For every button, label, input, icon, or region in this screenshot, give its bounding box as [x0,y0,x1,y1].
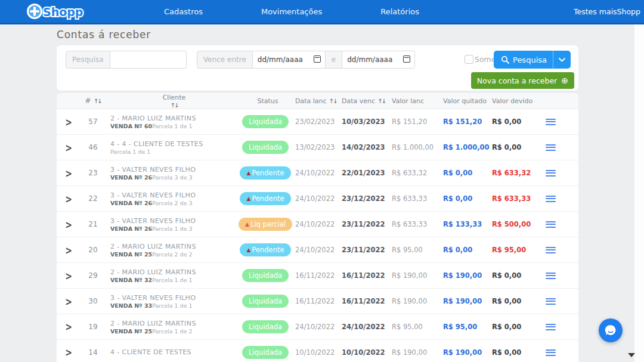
table-row[interactable]: > 20 2 - MARIO LUIZ MARTINS VENDA Nº 25P… [57,237,578,263]
status-label: Pendente [252,194,284,203]
status-label: Liquidada [249,143,282,151]
search-dropdown-toggle[interactable] [553,51,571,69]
scrollbar-track[interactable] [634,24,644,362]
status-badge: ▲ Pendente [240,192,290,205]
row-id: 23 [80,169,106,177]
client-subtitle: VENDA Nº 33Parcela 1 de 1 [110,302,238,309]
expand-row-icon[interactable]: > [65,167,72,180]
header-cliente: Cliente [163,94,186,101]
expand-row-icon[interactable]: > [65,244,72,256]
venda-number: VENDA Nº 60 [110,123,152,129]
client-name: 3 - VALTER NEVES FILHO [110,217,238,225]
valor-quitado: R$ 151,20 [443,117,492,126]
row-actions-menu-icon[interactable] [546,119,556,125]
row-actions-menu-icon[interactable] [546,324,556,330]
valor-quitado: R$ 0,00 [443,169,492,177]
data-lanc: 24/10/2022 [293,323,339,331]
header-id: # [85,97,91,105]
row-actions-menu-icon[interactable] [546,196,556,202]
table-row[interactable]: > 23 3 - VALTER NEVES FILHO VENDA Nº 26P… [57,160,578,186]
data-lanc: 24/10/2022 [293,246,339,254]
menu-item-movimentacoes[interactable]: Movimentações [261,7,322,16]
expand-row-icon[interactable]: > [65,321,72,333]
parcela-info: Parcela 3 de 3 [152,174,192,181]
due-between-label: Vence entre [197,51,253,69]
table-row[interactable]: > 22 3 - VALTER NEVES FILHO VENDA Nº 26P… [57,186,578,212]
warning-icon: ▲ [245,222,249,227]
calendar-icon[interactable] [403,55,410,63]
expand-row-icon[interactable]: > [65,270,72,282]
table-row[interactable]: > 14 4 - CLIENTE DE TESTES Liquidada 10/… [57,340,578,362]
client-name: 4 - 4 - CLIENTE DE TESTES [110,140,238,148]
brand-logo[interactable]: Shopp [25,2,95,21]
valor-lanc: R$ 95,00 [392,323,443,331]
row-id: 14 [80,348,106,357]
row-actions-menu-icon[interactable] [546,349,556,356]
valor-quitado: R$ 190,00 [443,297,492,305]
header-valor-lanc: Valor lanc [392,97,443,105]
table-row[interactable]: > 29 2 - MARIO LUIZ MARTINS VENDA Nº 32P… [57,263,578,289]
valor-devido: R$ 0,00 [492,297,544,305]
data-venc: 24/10/2022 [339,323,392,331]
row-actions-menu-icon[interactable] [546,144,556,151]
menu-item-relatorios[interactable]: Relatórios [380,7,419,16]
status-label: Liquidada [249,117,282,126]
data-lanc: 24/10/2022 [293,169,339,177]
scroll-down-arrow-icon[interactable] [628,353,635,357]
search-button[interactable]: Pesquisa [494,51,571,69]
parcela-info: Parcela 1 de 1 [152,302,192,309]
status-badge: ▲ Pendente [240,243,290,256]
valor-lanc: R$ 633,33 [392,194,443,203]
expand-row-icon[interactable]: > [65,218,72,231]
expand-row-icon[interactable]: > [65,346,72,359]
data-lanc: 10/10/2022 [293,348,339,357]
table-row[interactable]: > 21 3 - VALTER NEVES FILHO VENDA Nº 26P… [57,212,578,237]
row-id: 19 [80,323,106,331]
table-row[interactable]: > 19 2 - MARIO LUIZ MARTINS VENDA Nº 25P… [57,314,578,340]
table-row[interactable]: > 30 3 - VALTER NEVES FILHO VENDA Nº 33P… [57,289,578,314]
table-row[interactable]: > 46 4 - 4 - CLIENTE DE TESTES Parcela 1… [57,135,578,160]
top-navbar: Shopp Cadastros Movimentações Relatórios… [0,0,644,24]
sort-icon[interactable]: ↑↓ [171,102,178,109]
row-actions-menu-icon[interactable] [546,298,556,305]
client-subtitle: VENDA Nº 26Parcela 1 de 3 [110,225,238,232]
client-subtitle: VENDA Nº 25Parcela 1 de 2 [110,328,238,335]
new-receivable-button[interactable]: Nova conta a receber ⊕ [471,72,574,89]
status-label: Liquidada [249,271,282,280]
data-venc: 16/11/2022 [339,297,392,305]
header-status: Status [238,97,293,105]
sort-icon[interactable]: ↑↓ [94,98,101,104]
chat-widget-button[interactable] [599,318,623,342]
expand-row-icon[interactable]: > [65,295,72,308]
main-menu: Cadastros Movimentações Relatórios [164,7,419,16]
table-row[interactable]: > 57 2 - MARIO LUIZ MARTINS VENDA Nº 60P… [57,109,578,135]
valor-lanc: R$ 633,32 [392,169,443,177]
expand-row-icon[interactable]: > [65,193,72,205]
client-subtitle: VENDA Nº 26Parcela 2 de 3 [110,200,238,206]
status-label: Liq parcial [250,220,286,228]
search-input[interactable] [110,51,187,69]
data-venc: 14/02/2023 [339,143,392,151]
sort-icon[interactable]: ↑↓ [329,98,337,104]
search-group: Pesquisa [66,51,187,69]
menu-item-cadastros[interactable]: Cadastros [164,7,203,16]
valor-quitado: R$ 95,00 [443,323,492,331]
row-actions-menu-icon[interactable] [546,221,556,228]
expand-row-icon[interactable]: > [65,141,72,154]
row-actions-menu-icon[interactable] [546,273,556,279]
venda-number: VENDA Nº 26 [110,174,152,181]
row-actions-menu-icon[interactable] [546,247,556,253]
row-actions-menu-icon[interactable] [546,170,556,177]
header-valor-devido: Valor devido [492,97,544,105]
only-open-checkbox[interactable] [465,55,473,64]
header-valor-quitado: Valor quitado [443,97,492,105]
parcela-info: Parcela 2 de 3 [152,200,192,206]
calendar-icon[interactable] [314,55,321,63]
sort-icon[interactable]: ↑↓ [377,98,385,104]
warning-icon: ▲ [246,247,250,253]
valor-lanc: R$ 633,33 [392,220,443,228]
valor-devido: R$ 500,00 [492,220,544,228]
expand-row-icon[interactable]: > [65,116,72,128]
account-menu[interactable]: Testes maisShopp [574,7,640,16]
client-name: 3 - VALTER NEVES FILHO [110,166,238,174]
